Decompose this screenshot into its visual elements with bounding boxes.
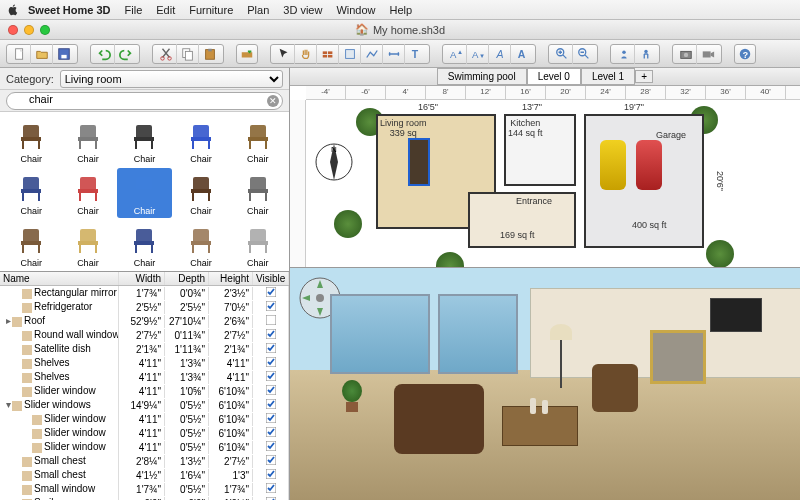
col-height[interactable]: Height [209,272,253,285]
app-name[interactable]: Sweet Home 3D [28,4,111,16]
create-walls-button[interactable] [317,44,339,64]
cut-button[interactable] [155,44,177,64]
pan-tool-button[interactable] [295,44,317,64]
selected-sofa[interactable] [410,140,428,184]
menu-file[interactable]: File [125,4,143,16]
bush[interactable] [706,240,734,268]
font-decrease-button[interactable]: A▼ [467,44,489,64]
plan-view[interactable]: Swimming pool Level 0 Level 1 + -4'-6'4'… [290,68,800,268]
add-level-button[interactable]: + [635,70,653,83]
visible-checkbox[interactable] [253,496,289,500]
search-input[interactable] [29,93,262,105]
video-button[interactable] [697,44,719,64]
tab-swimming-pool[interactable]: Swimming pool [437,68,527,85]
furniture-row[interactable]: Small chest 2'8¼"1'3½"2'7½" [0,454,289,468]
zoom-in-button[interactable] [551,44,573,64]
tab-level-1[interactable]: Level 1 [581,68,635,85]
new-button[interactable] [9,44,31,64]
furniture-list[interactable]: Name Width Depth Height Visible Rectangu… [0,272,289,500]
catalog-item[interactable]: Chair [61,116,116,166]
font-increase-button[interactable]: A▲ [445,44,467,64]
visible-checkbox[interactable] [253,412,289,426]
clear-search-icon[interactable]: ✕ [267,95,279,107]
furniture-row[interactable]: Small window 1'7¾"0'5½"1'7¾" [0,482,289,496]
menu-help[interactable]: Help [390,4,413,16]
furniture-row[interactable]: Slider window 4'11"0'5½"6'10¾" [0,412,289,426]
catalog-item[interactable]: Chair [174,220,229,270]
copy-button[interactable] [177,44,199,64]
visible-checkbox[interactable] [253,342,289,356]
catalog-item[interactable]: Chair [61,168,116,218]
catalog-item[interactable]: Chair [230,220,285,270]
furniture-row[interactable]: ▾Slider windows 14'9¼"0'5½"6'10¾" [0,398,289,412]
visible-checkbox[interactable] [253,314,289,328]
visible-checkbox[interactable] [253,482,289,496]
visible-checkbox[interactable] [253,286,289,300]
menu-furniture[interactable]: Furniture [189,4,233,16]
catalog-item[interactable]: Chair [174,116,229,166]
catalog-item[interactable]: Chair [4,116,59,166]
create-text-button[interactable]: T [405,44,427,64]
catalog-item[interactable]: Chair [230,168,285,218]
italic-button[interactable]: A [489,44,511,64]
tree-toggle-icon[interactable]: ▾ [4,399,12,410]
furniture-row[interactable]: Slider window 4'11"0'5½"6'10¾" [0,440,289,454]
create-dimensions-button[interactable] [383,44,405,64]
visible-checkbox[interactable] [253,356,289,370]
catalog-item[interactable]: Chair [61,220,116,270]
visible-checkbox[interactable] [253,328,289,342]
col-depth[interactable]: Depth [165,272,209,285]
car-red[interactable] [636,140,662,190]
open-button[interactable] [31,44,53,64]
bush[interactable] [436,252,464,268]
tab-level-0[interactable]: Level 0 [527,68,581,85]
col-name[interactable]: Name [0,272,119,285]
visible-checkbox[interactable] [253,384,289,398]
visible-checkbox[interactable] [253,426,289,440]
close-window-button[interactable] [8,25,18,35]
zoom-window-button[interactable] [40,25,50,35]
photo-button[interactable] [675,44,697,64]
redo-button[interactable] [115,44,137,64]
car-yellow[interactable] [600,140,626,190]
menu-3dview[interactable]: 3D view [283,4,322,16]
create-rooms-button[interactable] [339,44,361,64]
visible-checkbox[interactable] [253,300,289,314]
create-polylines-button[interactable] [361,44,383,64]
catalog-item[interactable]: Chair [4,168,59,218]
catalog-item[interactable]: Chair [174,168,229,218]
furniture-row[interactable]: Satellite dish 2'1¾"1'11¾"2'1¾" [0,342,289,356]
furniture-row[interactable]: ▸Roof 52'9½"27'10¼"2'6¾" [0,314,289,328]
aerial-view-button[interactable] [613,44,635,64]
bush[interactable] [334,210,362,238]
furniture-row[interactable]: Rectangular mirror 1'7¾"0'0¾"2'3½" [0,286,289,300]
furniture-row[interactable]: Refridgerator 2'5½"2'5½"7'0½" [0,300,289,314]
visible-checkbox[interactable] [253,468,289,482]
add-furniture-button[interactable] [236,44,258,64]
catalog-item[interactable]: Chair [117,168,172,218]
menu-plan[interactable]: Plan [247,4,269,16]
save-button[interactable] [53,44,75,64]
furniture-row[interactable]: Slider window 4'11"1'0⅝"6'10¾" [0,384,289,398]
category-select[interactable]: Living room [60,70,283,88]
help-button[interactable]: ? [734,44,756,64]
furniture-catalog[interactable]: Chair Chair Chair Chair [0,112,289,272]
menu-window[interactable]: Window [336,4,375,16]
visible-checkbox[interactable] [253,398,289,412]
furniture-row[interactable]: Small chest 4'1½"1'6¼"1'3" [0,468,289,482]
3d-view[interactable] [290,268,800,500]
catalog-item[interactable]: Chair [117,116,172,166]
compass-icon[interactable]: N [312,140,356,184]
catalog-item[interactable]: Chair [230,116,285,166]
col-visible[interactable]: Visible [253,272,289,285]
minimize-window-button[interactable] [24,25,34,35]
catalog-item[interactable]: Chair [117,220,172,270]
bold-button[interactable]: A [511,44,533,64]
furniture-row[interactable]: Shelves 4'11"1'3¾"4'11" [0,370,289,384]
col-width[interactable]: Width [119,272,165,285]
visible-checkbox[interactable] [253,454,289,468]
visible-checkbox[interactable] [253,440,289,454]
furniture-list-header[interactable]: Name Width Depth Height Visible [0,272,289,286]
plan-canvas[interactable]: N Living room339 sq 16'5" Kitchen144 sq … [306,100,800,267]
virtual-visit-button[interactable] [635,44,657,64]
